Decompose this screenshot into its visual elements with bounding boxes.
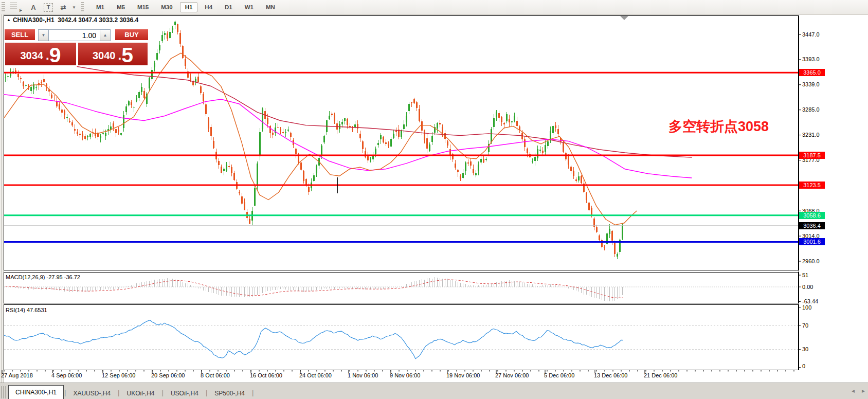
macd-label: MACD(12,26,9) -27.95 -36.72 [6,274,80,280]
pivot-annotation-text: 多空转折点3058 [668,117,769,136]
time-tick-27-Aug-2018: 27 Aug 2018 [1,372,33,378]
buy-price-frac: 5 [121,45,133,65]
symbol-period-label: CHINA300-,H1 [13,16,55,24]
rsi-label: RSI(14) 47.6531 [6,307,47,313]
sell-price-frac: 9 [49,45,61,65]
volume-increase-button[interactable]: ▲ [100,29,111,41]
macd-level-0.00: 0.00 [802,284,813,290]
level-price-label-3123.5: 3123.5 [799,182,825,189]
price-tick-3285.0: 3285.0 [802,106,820,113]
time-tick-8-Oct-06-00: 8 Oct 06:00 [201,372,230,378]
buy-button[interactable]: BUY [115,29,148,41]
time-tick-27-Nov-06-00: 27 Nov 06:00 [495,372,529,378]
time-tick-21-Dec-06-00: 21 Dec 06:00 [644,372,677,378]
volume-stepper: ▼ ▲ [38,29,111,41]
buy-price-dot: . [118,48,122,65]
volume-decrease-button[interactable]: ▼ [38,29,49,41]
time-tick-16-Oct-06-00: 16 Oct 06:00 [250,372,282,378]
collapse-triangle-icon[interactable]: ▲ [7,17,11,22]
rsi-level-label-30: 30 [802,346,808,352]
sell-price-display[interactable]: 3034 . 9 [5,43,76,65]
price-tick-3447.0: 3447.0 [802,31,820,38]
level-price-label-3187.5: 3187.5 [799,152,825,159]
ohlc-values: 3042.4 3047.4 3033.2 3036.4 [58,16,138,24]
time-tick-1-Nov-06-00: 1 Nov 06:00 [348,372,378,378]
macd-level-51: 51 [802,272,808,278]
price-tick-2960.0: 2960.0 [802,258,820,264]
chart-title: ▲CHINA300-,H1 3042.4 3047.4 3033.2 3036.… [7,16,138,24]
time-tick-5-Dec-06-00: 5 Dec 06:00 [544,372,574,378]
level-price-label-3001.6: 3001.6 [799,238,825,245]
time-tick-9-Nov-06-00: 9 Nov 06:00 [390,372,420,378]
trade-controls-row: SELL ▼ ▲ BUY [5,29,148,41]
rsi-level-label-100: 100 [802,304,811,311]
time-tick-4-Sep-06-00: 4 Sep 06:00 [51,372,82,378]
one-click-trade-panel: SELL ▼ ▲ BUY 3034 . 9 3040 . 5 [5,29,148,65]
sell-price-dot: . [46,48,49,65]
time-tick-12-Sep-06-00: 12 Sep 06:00 [102,372,135,378]
buy-price-display[interactable]: 3040 . 5 [78,43,148,65]
time-tick-24-Oct-06-00: 24 Oct 06:00 [299,372,332,378]
sell-price-int: 3034 [21,50,44,65]
price-tick-3231.0: 3231.0 [802,132,820,138]
level-price-label-3365.0: 3365.0 [799,69,825,76]
buy-price-int: 3040 [93,50,116,65]
current-price-label: 3036.4 [799,222,825,229]
level-price-label-3058.6: 3058.6 [799,212,825,219]
time-tick-20-Sep-06-00: 20 Sep 06:00 [151,372,185,378]
rsi-level-label-0: 0 [802,363,805,369]
time-tick-13-Dec-06-00: 13 Dec 06:00 [594,372,627,378]
sell-button[interactable]: SELL [5,29,35,41]
trading-terminal: F A T ⇄ ▼ M1M5M15M30H1H4D1W1MN ▲CHINA300… [0,0,868,399]
price-tick-3339.0: 3339.0 [802,81,820,87]
rsi-level-label-70: 70 [802,322,808,329]
price-tick-3393.0: 3393.0 [802,56,820,62]
time-tick-19-Nov-06-00: 19 Nov 06:00 [446,372,480,378]
panel-frames [4,15,799,370]
macd-level--63.44: -63.44 [802,298,818,304]
volume-input[interactable] [49,29,100,41]
